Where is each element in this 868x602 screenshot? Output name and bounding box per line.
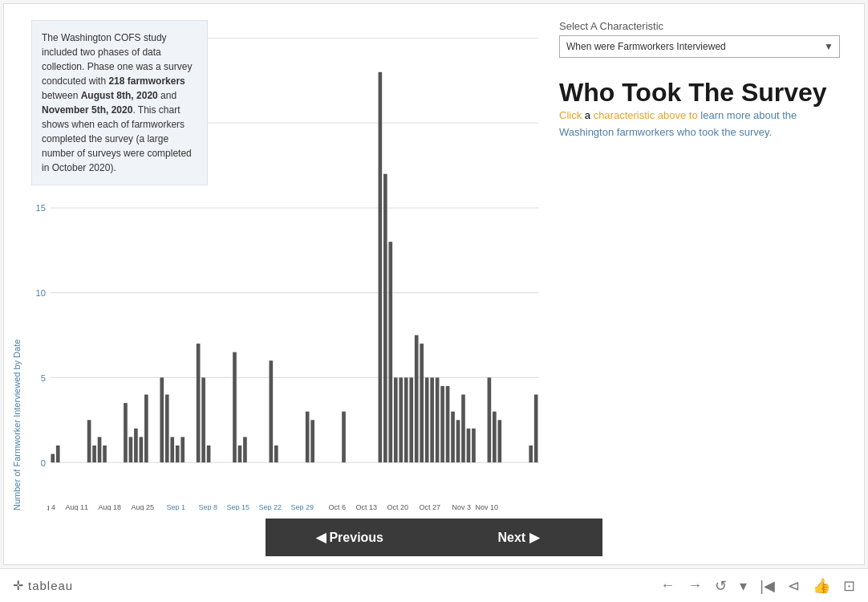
svg-text:Oct 6: Oct 6	[328, 503, 346, 510]
survey-info: Who Took The Survey Click a characterist…	[559, 71, 840, 141]
bar-Sep-15	[269, 360, 273, 462]
svg-text:10: 10	[36, 288, 46, 298]
svg-text:Nov 3: Nov 3	[452, 503, 471, 510]
bar-Sep-23	[310, 420, 314, 462]
chart-tooltip: The Washington COFS study included two p…	[31, 20, 208, 185]
chart-area: Number of Farmworker Interviewed by Date…	[12, 12, 543, 510]
bar-Sep-1	[197, 344, 201, 462]
bar-Sep-22	[306, 412, 310, 462]
bar-Oct-29	[497, 420, 501, 462]
bar-Aug-25	[160, 377, 164, 462]
footer-nav: ← → ↺ ▾ |◀ ⊲ 👍 ⊡	[660, 577, 855, 595]
bar-Aug-21	[140, 437, 144, 462]
bar-Oct-28	[493, 412, 497, 462]
right-panel: Select A Characteristic When were Farmwo…	[543, 12, 856, 510]
bar-Aug-11	[87, 420, 91, 462]
svg-text:Aug 18: Aug 18	[98, 503, 121, 510]
bar-Oct-9	[394, 377, 398, 462]
bar-Aug-5	[56, 445, 60, 462]
subtitle-above-to: above to	[655, 109, 700, 121]
svg-text:0: 0	[41, 458, 46, 468]
svg-text:Oct 27: Oct 27	[419, 503, 440, 510]
nav-back-icon[interactable]: ←	[660, 577, 675, 594]
bar-Sep-16	[274, 445, 278, 462]
svg-text:Aug 4: Aug 4	[47, 503, 55, 510]
bar-Aug-19	[129, 437, 133, 462]
bar-Aug-22	[144, 395, 148, 463]
nav-share-icon[interactable]: ⊲	[788, 577, 800, 595]
svg-text:15: 15	[36, 203, 46, 213]
nav-forward-icon[interactable]: →	[688, 577, 702, 594]
bar-Aug-4	[51, 454, 55, 463]
bar-Aug-29	[180, 437, 185, 462]
chart-inner: The Washington COFS study included two p…	[23, 12, 543, 510]
nav-thumbs-icon[interactable]: 👍	[813, 577, 830, 595]
bar-Oct-14	[420, 344, 424, 462]
nav-expand-icon[interactable]: ⊡	[843, 577, 855, 595]
tableau-logo-text: tableau	[28, 579, 73, 592]
svg-text:Nov 10: Nov 10	[475, 503, 498, 510]
bar-Oct-19	[446, 386, 450, 462]
svg-text:5: 5	[41, 373, 46, 383]
nav-refresh-dropdown-icon[interactable]: ▾	[740, 577, 747, 595]
bar-Aug-20	[134, 429, 138, 462]
select-wrapper: When were Farmworkers Interviewed ▼	[559, 35, 840, 58]
y-axis-label: Number of Farmworker Interviewed by Date	[12, 12, 22, 510]
bar-Oct-12	[409, 377, 413, 462]
svg-text:Sep 22: Sep 22	[258, 503, 282, 510]
select-label: Select A Characteristic	[559, 20, 840, 32]
bar-Aug-13	[98, 437, 102, 462]
bar-Oct-18	[440, 386, 444, 462]
survey-subtitle: Click a characteristic above to learn mo…	[559, 108, 840, 141]
bar-Nov-4	[529, 445, 533, 462]
svg-text:Aug 11: Aug 11	[65, 503, 88, 510]
svg-text:Oct 13: Oct 13	[355, 503, 377, 510]
bar-Oct-7	[383, 174, 387, 462]
bar-Oct-27	[488, 377, 492, 462]
svg-text:Sep 29: Sep 29	[290, 503, 314, 510]
characteristic-select[interactable]: When were Farmworkers Interviewed	[559, 35, 840, 58]
svg-text:Aug 25: Aug 25	[131, 503, 154, 510]
bar-Sep-2	[201, 377, 205, 462]
bar-Oct-8	[388, 242, 392, 462]
previous-button[interactable]: ◀ Previous	[266, 519, 434, 556]
x-axis-svg: Aug 4 Aug 11 Aug 18 Aug 25 Sep 1 Sep 8 S…	[47, 498, 509, 510]
bar-Aug-28	[176, 445, 180, 462]
bar-Sep-9	[238, 445, 242, 462]
svg-text:Oct 20: Oct 20	[387, 503, 408, 510]
bar-Aug-12	[92, 445, 96, 462]
bar-Sep-10	[243, 437, 247, 462]
tableau-logo: ✛ tableau	[13, 578, 73, 593]
bar-Oct-21	[456, 420, 460, 462]
bar-Oct-24	[472, 429, 476, 462]
tableau-cross-icon: ✛	[13, 578, 23, 593]
bar-Oct-17	[436, 377, 440, 462]
tableau-footer: ✛ tableau ← → ↺ ▾ |◀ ⊲ 👍 ⊡	[0, 568, 868, 602]
subtitle-characteristic: characteristic	[594, 109, 655, 121]
bar-Oct-20	[451, 412, 455, 462]
bar-Aug-26	[165, 395, 169, 463]
subtitle-a: a	[582, 109, 593, 121]
content-area: Number of Farmworker Interviewed by Date…	[4, 4, 864, 510]
bar-Aug-27	[170, 437, 174, 462]
bar-Aug-14	[103, 445, 107, 462]
bar-Oct-13	[415, 336, 419, 463]
bar-Sep-29	[342, 412, 346, 462]
survey-title: Who Took The Survey	[559, 77, 840, 108]
bar-Oct-10	[399, 377, 403, 462]
nav-refresh-icon[interactable]: ↺	[715, 577, 727, 595]
bar-Oct-15	[425, 377, 429, 462]
buttons-area: ◀ Previous Next ▶	[4, 510, 864, 564]
next-button[interactable]: Next ▶	[434, 519, 602, 556]
svg-text:Sep 8: Sep 8	[198, 503, 217, 510]
select-section: Select A Characteristic When were Farmwo…	[559, 20, 840, 58]
bar-Sep-8	[233, 352, 237, 462]
bar-Aug-18	[124, 403, 128, 462]
subtitle-click: Click	[559, 109, 582, 121]
svg-text:Sep 1: Sep 1	[166, 503, 185, 510]
main-container: Number of Farmworker Interviewed by Date…	[3, 3, 865, 565]
svg-text:Sep 15: Sep 15	[226, 503, 249, 510]
bar-Nov-5	[534, 395, 538, 463]
nav-start-icon[interactable]: |◀	[760, 577, 775, 595]
bar-Oct-6	[379, 72, 383, 462]
